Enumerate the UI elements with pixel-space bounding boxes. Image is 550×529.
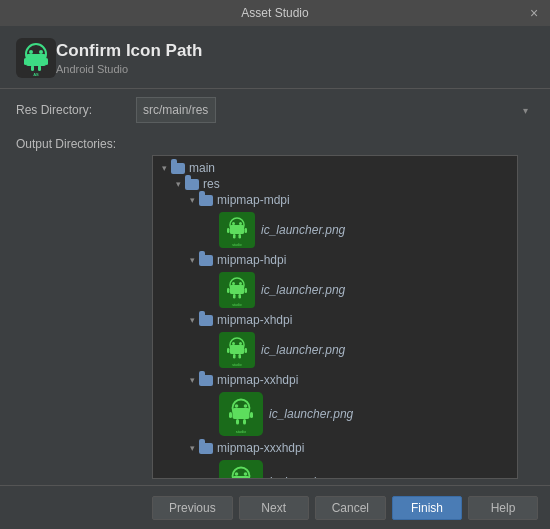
svg-point-3 xyxy=(29,50,33,54)
tree-node-xhdpi: ▾ mipmap-xhdpi xyxy=(181,312,517,372)
tree-container[interactable]: ▾ main ▾ res ▾ xyxy=(152,155,518,479)
svg-point-34 xyxy=(239,342,242,345)
svg-rect-28 xyxy=(239,294,242,299)
tree-file-xxhdpi-container: studio ic_launcher.png xyxy=(181,388,517,440)
bottom-bar: Previous Next Cancel Finish Help xyxy=(0,485,550,529)
next-button[interactable]: Next xyxy=(239,496,309,520)
svg-rect-52 xyxy=(233,476,250,479)
android-icon-hdpi: studio xyxy=(219,272,255,308)
svg-rect-45 xyxy=(229,412,232,418)
dialog-title: Asset Studio xyxy=(24,6,526,20)
svg-point-4 xyxy=(39,50,43,54)
svg-rect-42 xyxy=(233,408,250,419)
svg-rect-2 xyxy=(26,54,46,66)
tree-file-mdpi-container: studio ic_launcher.png xyxy=(181,208,517,252)
tree-label-res: res xyxy=(203,177,220,191)
tree-children-main: ▾ res ▾ mipmap-mdpi xyxy=(153,176,517,479)
tree-node-res: ▾ res ▾ mipmap-mdpi xyxy=(167,176,517,479)
svg-rect-27 xyxy=(233,294,236,299)
svg-point-14 xyxy=(239,222,242,225)
tree-label-xhdpi: mipmap-xhdpi xyxy=(217,313,292,327)
svg-rect-36 xyxy=(245,348,248,353)
tree-item-xxxhdpi[interactable]: ▾ mipmap-xxxhdpi xyxy=(181,440,517,456)
tree-item-res[interactable]: ▾ res xyxy=(167,176,517,192)
tree-node-main: ▾ main ▾ res ▾ xyxy=(153,160,517,479)
file-item-mdpi[interactable]: studio ic_launcher.png xyxy=(195,208,517,252)
svg-rect-38 xyxy=(239,354,242,359)
svg-point-53 xyxy=(235,472,239,476)
tree-children-res: ▾ mipmap-mdpi xyxy=(167,192,517,479)
tree-label-mdpi: mipmap-mdpi xyxy=(217,193,290,207)
tree-item-xxhdpi[interactable]: ▾ mipmap-xxhdpi xyxy=(181,372,517,388)
svg-point-54 xyxy=(244,472,248,476)
res-directory-row: Res Directory: src/main/res xyxy=(0,89,550,131)
previous-button[interactable]: Previous xyxy=(152,496,233,520)
file-item-xxhdpi[interactable]: studio ic_launcher.png xyxy=(195,388,517,440)
tree-arrow-xxhdpi: ▾ xyxy=(185,375,199,385)
svg-rect-6 xyxy=(45,58,48,65)
file-item-hdpi[interactable]: studio ic_launcher.png xyxy=(195,268,517,312)
cancel-button[interactable]: Cancel xyxy=(315,496,386,520)
folder-icon-hdpi xyxy=(199,255,213,266)
tree-node-mdpi: ▾ mipmap-mdpi xyxy=(181,192,517,252)
svg-rect-22 xyxy=(230,285,244,294)
svg-text:AS: AS xyxy=(33,72,39,77)
tree-item-mdpi[interactable]: ▾ mipmap-mdpi xyxy=(181,192,517,208)
res-directory-select[interactable]: src/main/res xyxy=(136,97,216,123)
svg-rect-8 xyxy=(38,65,41,71)
svg-rect-48 xyxy=(243,419,246,425)
file-label-xxxhdpi: ic_launcher.png xyxy=(269,475,353,479)
svg-rect-26 xyxy=(245,288,248,293)
tree-label-xxxhdpi: mipmap-xxxhdpi xyxy=(217,441,304,455)
output-directories-row: Output Directories: xyxy=(0,131,550,155)
finish-button[interactable]: Finish xyxy=(392,496,462,520)
file-label-mdpi: ic_launcher.png xyxy=(261,223,345,237)
svg-point-24 xyxy=(239,282,242,285)
folder-icon-res xyxy=(185,179,199,190)
svg-rect-17 xyxy=(233,234,236,239)
title-bar: Asset Studio × xyxy=(0,0,550,26)
file-label-xxhdpi: ic_launcher.png xyxy=(269,407,353,421)
tree-file-hdpi-container: studio ic_launcher.png xyxy=(181,268,517,312)
res-directory-label: Res Directory: xyxy=(16,103,136,117)
svg-rect-47 xyxy=(236,419,239,425)
svg-rect-25 xyxy=(227,288,230,293)
tree-item-xhdpi[interactable]: ▾ mipmap-xhdpi xyxy=(181,312,517,328)
close-button[interactable]: × xyxy=(526,5,542,21)
tree-arrow-xxxhdpi: ▾ xyxy=(185,443,199,453)
tree-section: ▾ main ▾ res ▾ xyxy=(0,155,550,485)
folder-icon-xxhdpi xyxy=(199,375,213,386)
file-item-xhdpi[interactable]: studio ic_launcher.png xyxy=(195,328,517,372)
header-title: Confirm Icon Path xyxy=(56,41,202,61)
tree-label-xxhdpi: mipmap-xxhdpi xyxy=(217,373,298,387)
svg-point-23 xyxy=(232,282,235,285)
help-button[interactable]: Help xyxy=(468,496,538,520)
android-icon-mdpi: studio xyxy=(219,212,255,248)
tree-arrow-xhdpi: ▾ xyxy=(185,315,199,325)
tree-label-hdpi: mipmap-hdpi xyxy=(217,253,286,267)
tree-arrow-main: ▾ xyxy=(157,163,171,173)
svg-rect-18 xyxy=(239,234,242,239)
tree-arrow-hdpi: ▾ xyxy=(185,255,199,265)
svg-text:studio: studio xyxy=(236,429,247,434)
android-icon-xhdpi: studio xyxy=(219,332,255,368)
output-directories-label: Output Directories: xyxy=(16,135,136,151)
tree-file-xhdpi-container: studio ic_launcher.png xyxy=(181,328,517,372)
svg-rect-32 xyxy=(230,345,244,354)
svg-rect-37 xyxy=(233,354,236,359)
svg-rect-16 xyxy=(245,228,248,233)
svg-rect-15 xyxy=(227,228,230,233)
tree-arrow-res: ▾ xyxy=(171,179,185,189)
tree-node-xxhdpi: ▾ mipmap-xxhdpi xyxy=(181,372,517,440)
header: AS Confirm Icon Path Android Studio xyxy=(0,26,550,89)
file-label-hdpi: ic_launcher.png xyxy=(261,283,345,297)
tree-item-hdpi[interactable]: ▾ mipmap-hdpi xyxy=(181,252,517,268)
tree-file-xxxhdpi-container: studio ic_launcher.png xyxy=(181,456,517,479)
folder-icon-xxxhdpi xyxy=(199,443,213,454)
android-studio-logo: AS xyxy=(16,38,56,78)
tree-item-main[interactable]: ▾ main xyxy=(153,160,517,176)
svg-rect-35 xyxy=(227,348,230,353)
tree-arrow-mdpi: ▾ xyxy=(185,195,199,205)
file-item-xxxhdpi[interactable]: studio ic_launcher.png xyxy=(195,456,517,479)
svg-rect-5 xyxy=(24,58,27,65)
